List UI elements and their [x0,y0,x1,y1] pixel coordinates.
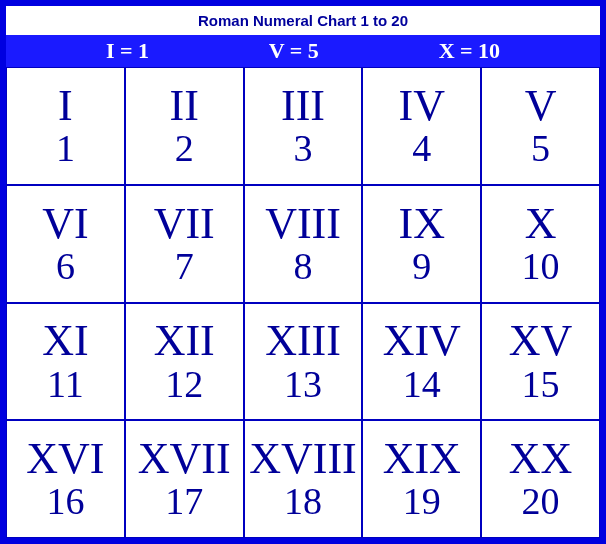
grid-cell: XVII17 [125,420,244,538]
roman-numeral: V [525,83,557,129]
roman-numeral: XVII [138,436,231,482]
roman-numeral: XV [509,318,573,364]
chart-container: Roman Numeral Chart 1 to 20 I = 1 V = 5 … [0,0,606,544]
grid-cell: III3 [244,67,363,185]
numeral-grid: I1 II2 III3 IV4 V5 VI6 VII7 VIII8 IX9 X1… [6,67,600,538]
roman-numeral: XIII [265,318,341,364]
roman-numeral: II [170,83,199,129]
arabic-numeral: 19 [403,482,441,522]
arabic-numeral: 17 [165,482,203,522]
arabic-numeral: 18 [284,482,322,522]
arabic-numeral: 7 [175,247,194,287]
grid-cell: I1 [6,67,125,185]
grid-cell: XIX19 [362,420,481,538]
roman-numeral: X [525,201,557,247]
roman-numeral: XVI [26,436,104,482]
roman-numeral: III [281,83,325,129]
arabic-numeral: 6 [56,247,75,287]
legend-item: X = 10 [439,38,500,64]
arabic-numeral: 2 [175,129,194,169]
legend-item: I = 1 [106,38,149,64]
grid-cell: II2 [125,67,244,185]
grid-cell: XV15 [481,303,600,421]
arabic-numeral: 4 [412,129,431,169]
roman-numeral: IX [399,201,445,247]
grid-cell: XI11 [6,303,125,421]
arabic-numeral: 5 [531,129,550,169]
grid-cell: X10 [481,185,600,303]
arabic-numeral: 3 [293,129,312,169]
arabic-numeral: 10 [522,247,560,287]
chart-title: Roman Numeral Chart 1 to 20 [6,6,600,35]
arabic-numeral: 13 [284,365,322,405]
roman-numeral: XX [509,436,573,482]
grid-cell: XIV14 [362,303,481,421]
grid-cell: XVI16 [6,420,125,538]
roman-numeral: VI [42,201,88,247]
arabic-numeral: 11 [47,365,84,405]
grid-cell: XVIII18 [244,420,363,538]
arabic-numeral: 20 [522,482,560,522]
grid-cell: XII12 [125,303,244,421]
arabic-numeral: 16 [46,482,84,522]
roman-numeral: XIX [383,436,461,482]
arabic-numeral: 1 [56,129,75,169]
arabic-numeral: 14 [403,365,441,405]
roman-numeral: XIV [383,318,461,364]
roman-numeral: VIII [265,201,341,247]
roman-numeral: I [58,83,73,129]
grid-cell: VII7 [125,185,244,303]
roman-numeral: XII [154,318,215,364]
grid-cell: IV4 [362,67,481,185]
grid-cell: VI6 [6,185,125,303]
roman-numeral: XI [42,318,88,364]
grid-cell: V5 [481,67,600,185]
arabic-numeral: 8 [293,247,312,287]
arabic-numeral: 12 [165,365,203,405]
arabic-numeral: 9 [412,247,431,287]
roman-numeral: IV [399,83,445,129]
legend-bar: I = 1 V = 5 X = 10 [6,35,600,67]
grid-cell: VIII8 [244,185,363,303]
roman-numeral: VII [154,201,215,247]
grid-cell: XIII13 [244,303,363,421]
grid-cell: IX9 [362,185,481,303]
legend-item: V = 5 [269,38,319,64]
roman-numeral: XVIII [249,436,357,482]
grid-cell: XX20 [481,420,600,538]
arabic-numeral: 15 [522,365,560,405]
